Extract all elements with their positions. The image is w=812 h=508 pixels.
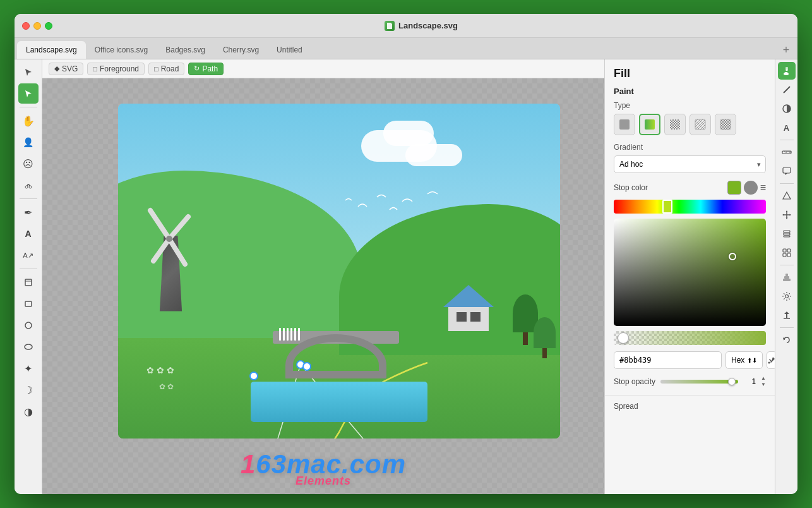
close-button[interactable] (22, 22, 30, 30)
tab-label-landscape: Landscape.svg (26, 45, 77, 54)
main-area: ✋ 👤 ☹ ✒ A A↗ ✦ ☽ ◑ (15, 59, 797, 494)
rtool-library[interactable] (778, 269, 796, 286)
svg-icon: ◆ (54, 64, 59, 73)
minimize-button[interactable] (33, 22, 41, 30)
crop-tool[interactable] (18, 272, 39, 293)
star-tool[interactable]: ✦ (18, 358, 39, 378)
opacity-step-up[interactable]: ▲ (761, 375, 766, 382)
opacity-slider[interactable] (660, 380, 738, 384)
traffic-lights (22, 22, 52, 30)
ellipse-tool[interactable] (18, 337, 39, 357)
maximize-button[interactable] (45, 22, 52, 30)
rtool-ruler[interactable] (778, 143, 796, 161)
rtool-paint[interactable] (778, 62, 796, 80)
bridge-fence (279, 328, 393, 337)
stop-opacity-row: Stop opacity 1 ▲ ▼ (614, 375, 766, 387)
svg-point-1 (29, 186, 32, 188)
svg-rect-38 (785, 67, 788, 71)
rtool-chat[interactable] (778, 162, 796, 180)
opacity-stepper[interactable]: ▲ ▼ (761, 375, 766, 387)
breadcrumb-svg[interactable]: ◆ SVG (49, 63, 83, 75)
right-panel: Fill Paint Type (604, 59, 775, 494)
opacity-step-down[interactable]: ▼ (761, 382, 766, 388)
svg-rect-51 (783, 249, 786, 252)
select-tool[interactable] (18, 83, 39, 104)
opacity-indicator (618, 332, 629, 344)
color-spectrum[interactable] (614, 200, 766, 214)
hex-format-button[interactable]: Hex ⬆⬇ (725, 351, 763, 369)
hex-row: Hex ⬆⬇ (614, 351, 766, 369)
opacity-bar[interactable] (614, 331, 766, 345)
stop-color-gray-swatch[interactable] (744, 181, 758, 195)
stop-opacity-value: 1 (743, 377, 756, 386)
tool-separator-1 (20, 107, 37, 107)
paint-types (614, 114, 766, 135)
tool-separator-2 (20, 198, 37, 199)
svg-rect-4 (25, 301, 32, 306)
rtool-layers[interactable] (778, 225, 796, 243)
breadcrumb-svg-label: SVG (62, 64, 78, 73)
water (251, 382, 427, 422)
rtool-triangle[interactable] (778, 187, 796, 205)
rtool-sep-3 (780, 265, 794, 265)
stop-color-menu[interactable]: ≡ (760, 182, 766, 193)
svg-point-6 (25, 344, 32, 349)
paint-type-solid[interactable] (614, 114, 635, 135)
tab-label-office: Office icons.svg (95, 45, 148, 54)
moon-tool[interactable]: ☽ (18, 380, 39, 400)
crescent-tool[interactable]: ◑ (18, 401, 39, 421)
stop-color-label: Stop color (614, 183, 724, 192)
rtool-contrast[interactable] (778, 100, 796, 118)
pen-tool[interactable]: ✒ (18, 202, 39, 222)
svg-rect-52 (787, 249, 791, 252)
rtool-stroke[interactable] (778, 81, 796, 99)
face-tool[interactable]: ☹ (18, 154, 39, 174)
breadcrumb-bar: ◆ SVG □ Foreground □ Road ↻ Path (42, 59, 604, 78)
arrow-tool[interactable] (18, 62, 39, 82)
node-tool[interactable] (18, 175, 39, 195)
tab-untitled[interactable]: Untitled (268, 41, 311, 59)
text-tool[interactable]: A (18, 224, 39, 244)
tab-office[interactable]: Office icons.svg (86, 41, 157, 59)
breadcrumb-path[interactable]: ↻ Path (188, 63, 224, 75)
type-label: Type (614, 101, 766, 110)
color-picker-area[interactable] (614, 219, 766, 326)
tab-label-untitled: Untitled (277, 45, 302, 54)
rtool-grid[interactable] (778, 244, 796, 262)
rtool-settings[interactable] (778, 287, 796, 305)
paint-type-gradient[interactable] (639, 114, 660, 135)
paint-type-hatch[interactable] (690, 114, 711, 135)
svg-line-39 (784, 87, 790, 93)
windmill-blades (134, 204, 204, 274)
svg-point-37 (768, 362, 770, 364)
hand-tool[interactable]: ✋ (18, 111, 39, 131)
breadcrumb-road[interactable]: □ Road (148, 63, 184, 75)
rtool-undo[interactable] (778, 331, 796, 349)
svg-rect-50 (784, 236, 790, 237)
svg-rect-46 (783, 167, 791, 173)
road-icon: □ (154, 65, 158, 73)
tab-badges[interactable]: Badges.svg (157, 41, 214, 59)
stop-color-green-swatch[interactable] (727, 181, 741, 195)
circle-tool[interactable] (18, 315, 39, 336)
text-path-tool[interactable]: A↗ (18, 245, 39, 265)
tab-landscape[interactable]: Landscape.svg (17, 41, 86, 59)
rtool-export[interactable] (778, 306, 796, 324)
tabs-bar: Landscape.svg Office icons.svg Badges.sv… (15, 38, 797, 59)
paint-type-pattern[interactable] (664, 114, 686, 135)
hex-format-label: Hex (731, 356, 744, 365)
rect-tool[interactable] (18, 294, 39, 314)
eyedropper-button[interactable] (767, 351, 775, 369)
add-tab-button[interactable]: + (777, 41, 795, 59)
svg-rect-33 (695, 119, 705, 130)
hex-input[interactable] (614, 351, 722, 369)
rtool-font[interactable]: A (778, 119, 796, 136)
breadcrumb-foreground[interactable]: □ Foreground (87, 63, 145, 75)
canvas-viewport[interactable]: ✿ ✿ ✿ ✿ ✿ 163mac.com (42, 78, 604, 494)
tab-cherry[interactable]: Cherry.svg (214, 41, 268, 59)
gradient-select[interactable]: Ad hoc (614, 155, 766, 173)
paint-type-crosshatch[interactable] (715, 114, 736, 135)
rtool-move[interactable] (778, 206, 796, 224)
person-tool[interactable]: 👤 (18, 132, 39, 152)
rtool-sep-1 (780, 140, 794, 140)
